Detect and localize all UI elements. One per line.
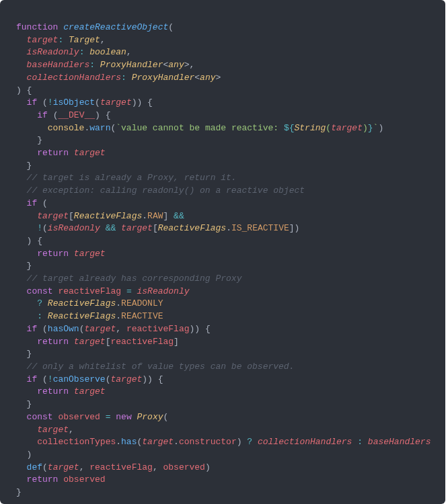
call-isobject: isObject	[53, 97, 95, 108]
code-block: function createReactiveObject( target: T…	[0, 0, 445, 504]
paren-open: (	[168, 22, 174, 32]
console: console	[48, 123, 85, 133]
param-collectionhandlers: collectionHandlers	[27, 73, 121, 83]
comment: // target is already a Proxy, return it.	[27, 173, 237, 183]
param-basehandlers: baseHandlers	[27, 60, 90, 70]
type-target: Target	[69, 35, 100, 45]
call-canobserve: canObserve	[53, 374, 106, 384]
template-string: `value cannot be made reactive:	[116, 123, 284, 133]
collectiontypes: collectionTypes	[37, 437, 116, 447]
keyword-return: return	[37, 148, 69, 158]
colon: :	[58, 35, 63, 45]
param-isreadonly: isReadonly	[27, 47, 79, 57]
keyword-new: new	[116, 412, 131, 422]
brace: ) {	[16, 85, 32, 95]
type-boolean: boolean	[89, 47, 126, 57]
isreactive-flag: IS_REACTIVE	[231, 223, 289, 233]
reactive-flag: REACTIVE	[121, 311, 163, 321]
readonly-flag: READONLY	[121, 298, 163, 308]
call-def: def	[27, 462, 42, 472]
proxy-class: Proxy	[137, 412, 163, 422]
keyword-function: function	[16, 22, 58, 32]
keyword-const: const	[27, 286, 53, 296]
type-proxyhandler: ProxyHandler	[100, 60, 163, 70]
param-target: target	[27, 35, 59, 45]
comment: // exception: calling readonly() on a re…	[27, 185, 305, 196]
keyword-if: if	[27, 97, 38, 108]
dev-flag: __DEV__	[58, 110, 95, 120]
var-observed: observed	[58, 412, 100, 422]
call-hasown: hasOwn	[48, 324, 79, 334]
function-name: createReactiveObject	[63, 22, 168, 32]
comment: // only a whitelist of value types can b…	[27, 362, 295, 372]
var-reactiveflag: reactiveFlag	[58, 286, 121, 296]
comment: // target already has corresponding Prox…	[27, 274, 242, 284]
warn: warn	[89, 123, 110, 133]
raw-flag: RAW	[147, 211, 163, 221]
